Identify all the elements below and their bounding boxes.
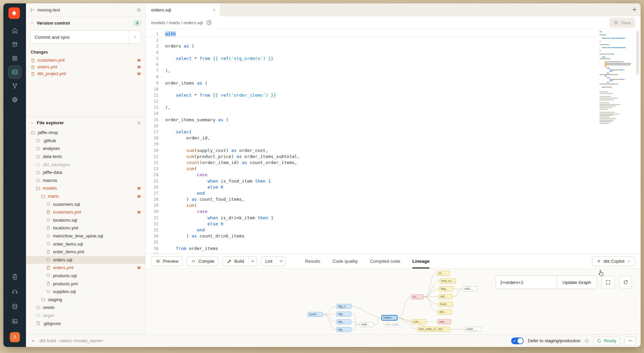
- commit-dropdown-button[interactable]: [129, 31, 141, 43]
- lineage-node-oryel[interactable]: or...: [437, 271, 450, 276]
- file-marts[interactable]: martsM: [26, 192, 145, 200]
- fullscreen-button[interactable]: [602, 276, 614, 289]
- command-input[interactable]: dbt build --select <model_name>: [39, 338, 103, 343]
- file-metricflow_time_spine.sql[interactable]: metricflow_time_spine.sql: [26, 232, 145, 240]
- nav-code-editor-icon[interactable]: [8, 66, 21, 78]
- code-line-17[interactable]: 17 select: [146, 129, 596, 135]
- code-line-22[interactable]: 22 count(order_item_id) as count_order_i…: [146, 160, 596, 166]
- nav-headset-icon[interactable]: [8, 285, 21, 298]
- nav-image-icon[interactable]: [8, 315, 21, 328]
- lineage-node-food[interactable]: food...: [439, 302, 453, 307]
- tab-results[interactable]: Results: [305, 254, 320, 268]
- version-control-header[interactable]: Version control 3: [26, 17, 145, 29]
- breadcrumb[interactable]: models / marts / orders.sql: [151, 20, 203, 25]
- copy-icon[interactable]: [137, 8, 141, 12]
- build-dropdown-button[interactable]: [248, 257, 257, 266]
- lineage-node-stg3[interactable]: stg...: [336, 319, 351, 324]
- lineage-node-stg4[interactable]: stg...: [336, 327, 351, 332]
- lineage-node-testsup[interactable]: test_suppl...: [384, 322, 403, 327]
- search-icon[interactable]: [137, 121, 141, 125]
- code-line-12[interactable]: 12: [146, 98, 596, 104]
- lineage-node-stg1[interactable]: stg_o...: [336, 304, 351, 309]
- file-customers.yml[interactable]: customers.ymlM: [26, 208, 145, 216]
- tab-lineage[interactable]: Lineage: [412, 254, 430, 268]
- code-line-14[interactable]: 14: [146, 110, 596, 117]
- file-locations.yml[interactable]: locations.yml: [26, 224, 145, 232]
- nav-archive-icon[interactable]: [8, 38, 21, 51]
- code-line-30[interactable]: 30 case: [146, 208, 596, 215]
- code-line-21[interactable]: 21 sum(product_price) as order_items_sub…: [146, 154, 596, 160]
- defer-toggle[interactable]: [511, 338, 524, 344]
- lint-dropdown-button[interactable]: [276, 257, 285, 266]
- more-options-button[interactable]: [624, 336, 636, 345]
- lineage-node-newcu[interactable]: new_cu...: [440, 279, 456, 284]
- lineage-node-cust[interactable]: cust...: [411, 319, 426, 324]
- code-line-10[interactable]: 10: [146, 86, 596, 92]
- code-line-6[interactable]: 6: [146, 62, 596, 68]
- code-line-8[interactable]: 8: [146, 74, 596, 80]
- code-line-15[interactable]: 15order_items_summary as (: [146, 117, 596, 123]
- lineage-node-orde1[interactable]: orde...: [359, 322, 374, 327]
- code-line-18[interactable]: 18 order_id,: [146, 135, 596, 141]
- file-macros[interactable]: macros: [26, 176, 145, 185]
- save-button[interactable]: Save: [609, 18, 635, 28]
- lineage-node-larg[interactable]: larg...: [439, 286, 453, 291]
- lineage-node-drin[interactable]: drin...: [438, 310, 452, 315]
- file-.github[interactable]: .github: [26, 137, 145, 145]
- lineage-selector-input[interactable]: [496, 276, 557, 289]
- code-line-3[interactable]: 3orders as (: [146, 43, 596, 49]
- code-line-7[interactable]: 7),: [146, 68, 596, 74]
- code-line-2[interactable]: 2: [146, 37, 596, 43]
- preview-button[interactable]: Preview: [151, 256, 183, 266]
- minimap[interactable]: [599, 31, 635, 125]
- code-line-37[interactable]: 37: [146, 252, 596, 254]
- lineage-node-ord1[interactable]: ord...: [439, 294, 453, 299]
- file-explorer-header[interactable]: File explorer: [26, 117, 145, 129]
- file-dbt_packages[interactable]: dbt_packages: [26, 160, 145, 168]
- code-editor[interactable]: 1with23orders as (45 select * from {{ re…: [146, 29, 641, 254]
- file-target[interactable]: target: [26, 312, 145, 320]
- file-models[interactable]: modelsM: [26, 184, 145, 192]
- lineage-node-ecom[interactable]: ecom...: [308, 312, 323, 317]
- code-line-9[interactable]: 9order_items as (: [146, 80, 596, 86]
- file-data-tests[interactable]: data-tests: [26, 153, 145, 161]
- nav-git-fork-icon[interactable]: [8, 79, 21, 92]
- code-line-26[interactable]: 26 else 0: [146, 184, 596, 190]
- code-line-13[interactable]: 13),: [146, 104, 596, 110]
- code-line-25[interactable]: 25 when is_food_item then 1: [146, 178, 596, 184]
- file-.gitignore[interactable]: .gitignore: [26, 319, 145, 327]
- nav-clipboard-icon[interactable]: [8, 270, 21, 283]
- code-line-1[interactable]: 1with: [146, 31, 596, 37]
- tab-compiled-code[interactable]: Compiled code: [370, 254, 400, 268]
- update-graph-button[interactable]: Update Graph: [557, 276, 597, 289]
- file-orders.yml[interactable]: orders.ymlM: [26, 264, 145, 272]
- dbt-copilot-button[interactable]: dbt Copilot: [592, 256, 635, 266]
- command-bar-expand-button[interactable]: [29, 337, 37, 345]
- nav-globe-icon[interactable]: [8, 93, 21, 106]
- lineage-node-ord2[interactable]: ord...: [436, 327, 450, 332]
- code-line-27[interactable]: 27 end: [146, 190, 596, 196]
- refresh-graph-button[interactable]: [619, 276, 632, 289]
- code-line-20[interactable]: 20 sum(supply_cost) as order_cost,: [146, 148, 596, 154]
- file-jaffle-shop[interactable]: jaffle-shop: [26, 129, 145, 137]
- lineage-node-orders[interactable]: orders: [382, 315, 397, 320]
- file-products.sql[interactable]: products.sql: [26, 272, 145, 280]
- file-orders.sql[interactable]: orders.sql: [26, 256, 145, 264]
- scrollbar-thumb[interactable]: [636, 31, 639, 74]
- lineage-node-stg2[interactable]: stg...: [336, 312, 351, 317]
- nav-home-icon[interactable]: [8, 24, 21, 37]
- changed-file-orders.yml[interactable]: orders.ymlM: [26, 64, 145, 70]
- file-order_items.yml[interactable]: order_items.yml: [26, 248, 145, 256]
- code-line-23[interactable]: 23 sum(: [146, 166, 596, 172]
- code-line-31[interactable]: 31 when is_drink_item then 1: [146, 215, 596, 221]
- changed-file-customers.yml[interactable]: customers.ymlM: [26, 57, 145, 64]
- tab-orders-sql[interactable]: orders.sql: [146, 3, 221, 16]
- code-line-34[interactable]: 34 ) as count_drink_items: [146, 233, 596, 239]
- file-analyses[interactable]: analyses: [26, 145, 145, 153]
- commit-and-sync-button[interactable]: Commit and sync: [30, 30, 141, 44]
- info-icon[interactable]: [584, 339, 589, 343]
- code-line-35[interactable]: 35: [146, 239, 596, 245]
- lineage-node-orpink[interactable]: or...: [411, 294, 423, 299]
- code-line-16[interactable]: 16: [146, 123, 596, 129]
- tab-code-quality[interactable]: Code quality: [332, 254, 358, 268]
